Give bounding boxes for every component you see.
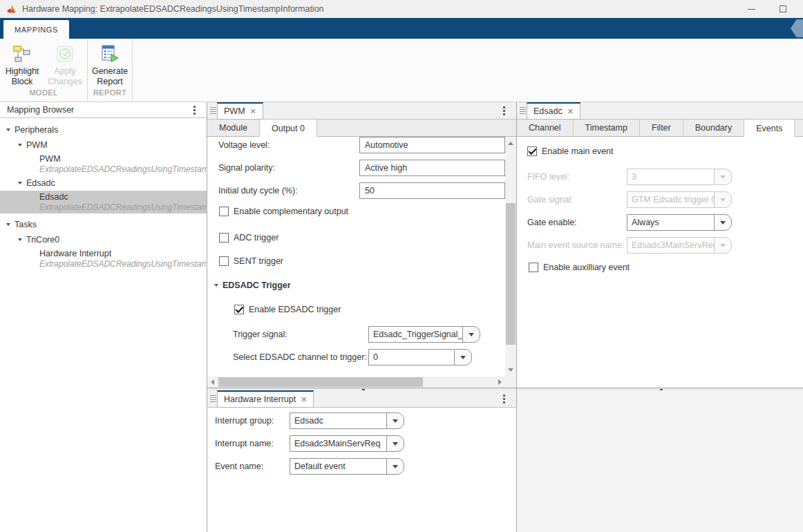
checkbox-icon[interactable] bbox=[219, 256, 229, 266]
tab-edsadc[interactable]: Edsadc ✕ bbox=[527, 102, 580, 120]
enable-edsadc-trigger-checkbox[interactable]: Enable EDSADC trigger bbox=[234, 305, 341, 314]
tree-item-edsadc-group[interactable]: Edsadc bbox=[0, 175, 207, 191]
maximize-button[interactable] bbox=[767, 0, 799, 18]
tree-item-label: Edsadc bbox=[39, 192, 207, 202]
checkbox-checked-icon[interactable] bbox=[234, 305, 244, 314]
checkbox-checked-icon[interactable] bbox=[527, 146, 537, 156]
dropdown-button[interactable] bbox=[386, 435, 404, 452]
expand-arrow-icon[interactable] bbox=[18, 238, 22, 241]
enable-complementary-output-checkbox[interactable]: Enable complementary output bbox=[219, 207, 348, 216]
fifo-level-label: FIFO level: bbox=[527, 169, 569, 185]
minimize-icon bbox=[748, 9, 755, 10]
enable-auxilliary-event-checkbox[interactable]: Enable auxilliary event bbox=[529, 263, 630, 272]
expand-arrow-icon[interactable] bbox=[18, 144, 22, 146]
tab-filter[interactable]: Filter bbox=[640, 120, 683, 136]
tree-item-edsadc[interactable]: Edsadc ExtrapolateEDSADCReadingsUsingTim… bbox=[0, 191, 207, 213]
gate-enable-dropdown[interactable]: Always bbox=[627, 214, 732, 231]
dropdown-button[interactable] bbox=[714, 191, 732, 208]
scroll-up-icon[interactable] bbox=[508, 142, 513, 145]
chevron-down-icon bbox=[393, 465, 398, 468]
tab-mappings[interactable]: MAPPINGS bbox=[3, 20, 69, 39]
tree-item-label: Hardware Interrupt bbox=[39, 249, 207, 259]
tree-item-pwm[interactable]: PWM ExtrapolateEDSADCReadingsUsingTimest… bbox=[0, 153, 207, 175]
initial-duty-cycle-field[interactable]: 50 bbox=[359, 182, 505, 199]
checkbox-label: ADC trigger bbox=[234, 233, 278, 243]
close-icon[interactable]: ✕ bbox=[250, 108, 256, 115]
tab-pwm[interactable]: PWM ✕ bbox=[217, 102, 263, 120]
checkbox-icon[interactable] bbox=[219, 233, 229, 243]
horizontal-scrollbar[interactable] bbox=[207, 377, 505, 388]
expand-arrow-icon[interactable] bbox=[6, 223, 10, 226]
tree-item-peripherals[interactable]: Peripherals bbox=[0, 122, 207, 137]
dropdown-button[interactable] bbox=[462, 326, 480, 343]
tab-module[interactable]: Module bbox=[207, 120, 260, 136]
mapping-browser-menu-icon[interactable] bbox=[193, 109, 196, 111]
tree-item-hardware-interrupt[interactable]: Hardware Interrupt ExtrapolateEDSADCRead… bbox=[0, 247, 207, 270]
expand-arrow-icon[interactable] bbox=[18, 182, 22, 184]
generate-report-button[interactable]: Generate Report bbox=[88, 39, 131, 88]
empty-dock-area bbox=[517, 390, 803, 532]
ribbon-tabbar: MAPPINGS bbox=[0, 18, 803, 39]
dropdown-value: Edsadc bbox=[290, 412, 386, 429]
gate-signal-dropdown[interactable]: GTM Edsadc trigger 0 bbox=[627, 191, 732, 208]
vertical-scrollbar[interactable] bbox=[505, 137, 516, 377]
tree-item-pwm-group[interactable]: PWM bbox=[0, 137, 207, 153]
enable-main-event-checkbox[interactable]: Enable main event bbox=[527, 146, 614, 156]
dropdown-button[interactable] bbox=[386, 458, 404, 475]
tab-output0[interactable]: Output 0 bbox=[260, 120, 317, 137]
close-icon[interactable]: ✕ bbox=[301, 396, 307, 403]
minimize-button[interactable] bbox=[735, 0, 767, 18]
tab-channel[interactable]: Channel bbox=[517, 120, 574, 136]
expand-arrow-icon[interactable] bbox=[6, 129, 10, 131]
vertical-scroll-thumb[interactable] bbox=[506, 203, 516, 345]
scroll-left-icon[interactable] bbox=[211, 379, 214, 385]
tree-item-tasks[interactable]: Tasks bbox=[0, 217, 207, 232]
tree-item-model-name: ExtrapolateEDSADCReadingsUsingTimestampI… bbox=[39, 259, 207, 269]
panel-grip-icon[interactable] bbox=[210, 107, 216, 108]
panel-grip-icon[interactable] bbox=[520, 107, 526, 108]
select-edsadc-channel-dropdown[interactable]: 0 bbox=[368, 349, 472, 365]
interrupt-group-dropdown[interactable]: Edsadc bbox=[290, 412, 404, 429]
scroll-down-icon[interactable] bbox=[508, 368, 513, 372]
tab-boundary[interactable]: Boundary bbox=[683, 120, 745, 136]
scroll-right-icon[interactable] bbox=[498, 379, 502, 385]
initial-duty-cycle-label: Initial duty cycle (%): bbox=[218, 182, 298, 199]
interrupt-name-dropdown[interactable]: Edsadc3MainServReq bbox=[290, 435, 404, 452]
main-event-source-dropdown[interactable]: Edsadc3MainServReq bbox=[627, 237, 732, 254]
tab-hardware-interrupt[interactable]: Hardware Interrupt ✕ bbox=[217, 390, 314, 408]
horizontal-scroll-thumb[interactable] bbox=[218, 377, 423, 387]
voltage-level-label: Voltage level: bbox=[218, 137, 270, 153]
dropdown-button[interactable] bbox=[714, 214, 732, 231]
tree-item-model-name: ExtrapolateEDSADCReadingsUsingTimestampI… bbox=[39, 202, 207, 212]
tab-timestamp[interactable]: Timestamp bbox=[574, 120, 640, 136]
highlight-block-button[interactable]: Highlight Block bbox=[1, 39, 44, 88]
fifo-level-dropdown[interactable]: 3 bbox=[627, 169, 732, 185]
close-icon[interactable]: ✕ bbox=[567, 108, 574, 115]
tree-item-label: PWM bbox=[39, 154, 207, 164]
event-name-dropdown[interactable]: Default event bbox=[290, 458, 404, 475]
chevron-down-icon bbox=[720, 198, 726, 202]
tab-events[interactable]: Events bbox=[744, 120, 795, 137]
signal-polarity-field[interactable]: Active high bbox=[359, 160, 505, 176]
trigger-signal-dropdown[interactable]: Edsadc_TriggerSignal_0 bbox=[368, 326, 480, 343]
apply-changes-button[interactable]: Apply Changes bbox=[44, 39, 86, 88]
dropdown-button[interactable] bbox=[386, 412, 404, 429]
dropdown-button[interactable] bbox=[714, 237, 732, 254]
edsadc-trigger-section-header[interactable]: EDSADC Trigger bbox=[214, 281, 291, 290]
sent-trigger-checkbox[interactable]: SENT trigger bbox=[219, 256, 283, 266]
pwm-panel-menu-icon[interactable] bbox=[503, 110, 505, 112]
dropdown-button[interactable] bbox=[454, 349, 472, 365]
checkbox-icon[interactable] bbox=[529, 263, 538, 272]
dropdown-value: Always bbox=[627, 214, 714, 231]
ribbon-collapse-chevron-icon[interactable] bbox=[791, 19, 803, 37]
checkbox-icon[interactable] bbox=[219, 207, 229, 216]
voltage-level-field[interactable]: Automotive bbox=[359, 137, 505, 153]
dropdown-value: 0 bbox=[368, 349, 454, 365]
adc-trigger-checkbox[interactable]: ADC trigger bbox=[219, 233, 278, 243]
section-title: EDSADC Trigger bbox=[223, 281, 291, 290]
dropdown-button[interactable] bbox=[714, 169, 732, 185]
hardware-interrupt-menu-icon[interactable] bbox=[503, 398, 505, 400]
collapse-arrow-icon[interactable] bbox=[214, 284, 218, 287]
tree-item-tricore0[interactable]: TriCore0 bbox=[0, 232, 207, 247]
panel-grip-icon[interactable] bbox=[210, 395, 216, 396]
